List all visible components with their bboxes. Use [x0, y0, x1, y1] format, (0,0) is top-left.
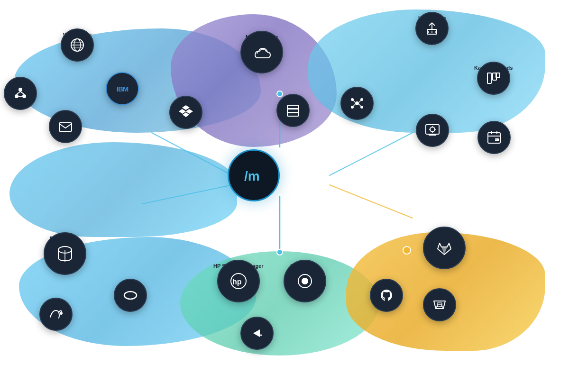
- center-node[interactable]: /m: [228, 149, 280, 201]
- oracle-node[interactable]: [114, 279, 147, 312]
- svg-line-19: [20, 91, 24, 94]
- hp-node[interactable]: hp: [217, 260, 260, 302]
- network-node[interactable]: [340, 87, 374, 120]
- svg-point-15: [18, 88, 22, 91]
- svg-point-60: [124, 292, 137, 299]
- center-logo-icon: /m: [242, 164, 266, 187]
- svg-line-6: [330, 133, 413, 175]
- github-node[interactable]: [370, 279, 403, 312]
- gitlab-node-wrapper[interactable]: GitLab: [436, 227, 453, 236]
- servicenow-node[interactable]: [284, 260, 326, 302]
- settings-dash-icon: [425, 123, 440, 138]
- svg-point-16: [15, 94, 18, 98]
- prompter-node[interactable]: [240, 317, 274, 350]
- svg-marker-22: [182, 105, 190, 110]
- dropbox-node[interactable]: [169, 96, 202, 129]
- svg-marker-23: [179, 109, 186, 114]
- mail-node[interactable]: [49, 110, 82, 143]
- globe-icon: [70, 37, 85, 53]
- svg-marker-66: [253, 329, 260, 337]
- svg-rect-46: [487, 73, 491, 83]
- gitlab-node[interactable]: [423, 227, 466, 269]
- mysql-node[interactable]: [39, 298, 73, 331]
- onedrive-node-wrapper[interactable]: MS OneDrive: [246, 31, 278, 40]
- svg-rect-27: [287, 105, 299, 109]
- websphere-node[interactable]: [61, 28, 94, 62]
- oracle-node-wrapper[interactable]: Oracle: [122, 279, 138, 288]
- prompter-icon: [249, 326, 265, 341]
- svg-point-8: [403, 246, 411, 254]
- bitbucket-node[interactable]: [423, 288, 456, 321]
- onedrive-icon: [252, 43, 271, 62]
- svg-rect-21: [59, 123, 72, 131]
- postgresql-icon: [55, 244, 74, 263]
- svg-point-3: [277, 249, 283, 255]
- canvas: /m WebSphere Application Server IBM: [0, 0, 569, 392]
- molecule-node[interactable]: [4, 77, 37, 110]
- websphere-node-wrapper[interactable]: WebSphere Application Server: [56, 28, 99, 52]
- svg-line-35: [353, 100, 355, 102]
- svg-point-57: [496, 139, 496, 140]
- calendar-icon: [486, 130, 502, 145]
- svg-rect-52: [488, 133, 500, 143]
- bitbucket-icon: [432, 297, 447, 312]
- svg-line-4: [152, 133, 232, 175]
- svg-point-50: [430, 127, 435, 132]
- molecule-icon: [13, 86, 28, 101]
- knowledge-base-node[interactable]: [415, 12, 449, 45]
- postgresql-node[interactable]: [44, 232, 86, 275]
- kanban-node-wrapper[interactable]: Kanban Boards& Diagrams: [474, 62, 513, 78]
- svg-marker-24: [186, 109, 193, 114]
- svg-line-37: [353, 104, 355, 106]
- hp-icon: hp: [229, 272, 248, 291]
- mysql-icon: [48, 307, 64, 322]
- oracle-icon: [123, 288, 138, 303]
- postgresql-node-wrapper[interactable]: PostgreSQL: [50, 232, 80, 242]
- svg-line-36: [359, 100, 361, 102]
- mail-icon: [58, 119, 73, 134]
- svg-point-17: [22, 94, 26, 98]
- knowledge-icon: [424, 21, 440, 36]
- kanban-icon: [486, 71, 501, 86]
- svg-line-18: [17, 91, 20, 94]
- svg-rect-29: [287, 113, 299, 116]
- ibm-node[interactable]: IBM: [106, 72, 139, 105]
- svg-line-5: [142, 185, 232, 204]
- database-icon: [285, 103, 301, 118]
- knowledge-base-node-wrapper[interactable]: KnowledgeBase: [418, 12, 446, 28]
- servicenow-icon: [295, 272, 314, 291]
- svg-rect-28: [287, 109, 299, 112]
- svg-text:/m: /m: [244, 169, 260, 183]
- svg-marker-25: [183, 112, 189, 117]
- svg-text:hp: hp: [232, 278, 242, 286]
- svg-line-38: [359, 104, 361, 106]
- svg-point-65: [302, 278, 308, 284]
- gitlab-icon: [435, 238, 454, 257]
- svg-point-61: [60, 312, 63, 315]
- dropbox-icon: [178, 105, 193, 120]
- servicenow-node-wrapper[interactable]: Servicenow: [290, 260, 319, 269]
- svg-point-30: [355, 101, 359, 105]
- github-icon: [379, 288, 394, 303]
- onedrive-node[interactable]: [240, 31, 283, 73]
- hp-node-wrapper[interactable]: hp HP Service Manager: [213, 260, 264, 269]
- svg-line-7: [330, 185, 413, 218]
- settings-dash-node[interactable]: [416, 114, 449, 147]
- calendar-node[interactable]: [477, 121, 511, 154]
- database-node[interactable]: [276, 94, 310, 127]
- svg-point-1: [277, 91, 283, 97]
- network-icon: [349, 96, 365, 111]
- kanban-node[interactable]: [477, 62, 510, 95]
